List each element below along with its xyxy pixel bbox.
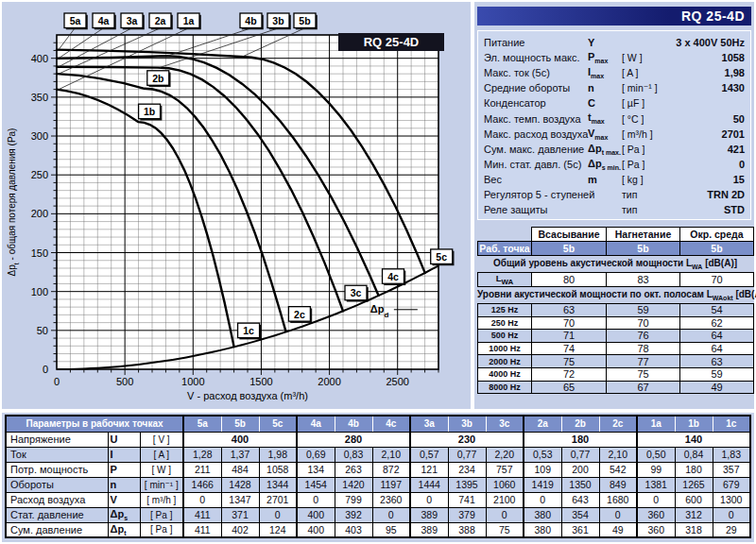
curve-label: 5b (299, 15, 310, 26)
operating-value: 0 (599, 507, 637, 522)
operating-value: 392 (335, 507, 372, 522)
tech-value: TRN 2D (669, 189, 745, 200)
table-row: Раб. точка5b5b5b (478, 242, 754, 256)
operating-value: 0 (524, 492, 561, 507)
operating-value: 1466 (183, 477, 221, 492)
table-row: Стат. давлениеΔps[ Pa ]41137104003920389… (6, 507, 750, 522)
operating-value: 1300 (713, 492, 750, 507)
tech-value: 3 x 400V 50Hz (669, 37, 745, 48)
y-tick-label: 200 (31, 208, 48, 219)
acoustic-column-header: Окр. среда (680, 228, 754, 242)
x-tick-label: 1000 (181, 376, 204, 387)
tech-label: Конденсатор (484, 97, 588, 109)
tech-row: Макс. ток (5с)Imax[ A ]1,98 (484, 65, 745, 80)
tech-symbol: Vmax (588, 128, 622, 141)
octave-value: 49 (680, 381, 754, 394)
fan-datasheet-page: 0500100015002000250005010015020025030035… (0, 0, 756, 544)
operating-value: 1,37 (221, 447, 259, 462)
row-symbol: V (108, 492, 140, 507)
frequency-label: 8000 Hz (478, 381, 532, 394)
table-row: 8000 Hz656749 (478, 381, 754, 394)
octave-value: 63 (532, 304, 607, 317)
x-tick-label: 2500 (386, 376, 408, 387)
tech-unit: [ min⁻¹ ] (622, 82, 669, 94)
operating-value: 1347 (221, 492, 259, 507)
tech-label: Сум. макс. давление (484, 144, 588, 155)
operating-value: 0 (410, 492, 448, 507)
tech-unit: тип (622, 189, 669, 200)
operating-value: 1395 (448, 477, 486, 492)
row-unit: [ min⁻¹ ] (140, 477, 183, 492)
y-tick-label: 150 (31, 247, 48, 259)
tech-label: Питание (484, 37, 588, 48)
row-unit: [ V ] (140, 432, 183, 447)
curve-label: 2a (155, 15, 166, 26)
operating-value: 263 (335, 462, 372, 477)
tech-unit: [ µF ] (622, 97, 669, 109)
tech-row: Весm[ kg ]15 (484, 172, 745, 187)
operating-value: 1454 (297, 477, 335, 492)
lwa-value: 80 (532, 273, 607, 287)
operating-value: 1350 (561, 477, 599, 492)
tech-row: Эл. мощность макс.Pmax[ W ]1058 (484, 50, 745, 65)
operating-value: 400 (297, 522, 335, 537)
tech-row: Сум. макс. давлениеΔpt max.[ Pa ]421 (484, 142, 745, 157)
operating-value: 234 (448, 462, 486, 477)
tech-label: Реле защиты (484, 204, 588, 215)
tech-value: 2701 (669, 128, 745, 140)
table-row: 1000 Hz747864 (478, 342, 754, 355)
operating-value: 403 (335, 522, 372, 537)
acoustic-column-header: Нагнетание (607, 228, 680, 242)
lwa-value: 83 (607, 273, 680, 287)
operating-value: 0 (637, 492, 675, 507)
y-axis-title: Δpt - общая потеря давления (Pa) (7, 128, 20, 277)
frequency-label: 250 Hz (478, 316, 532, 330)
x-axis-title: V - расход воздуха (m³/h) (187, 390, 308, 401)
operating-value: 0 (372, 507, 410, 522)
operating-value: 134 (297, 462, 335, 477)
operating-value: 542 (599, 462, 637, 477)
table-row: Сум. давлениеΔpt[ Pa ]411402124400403953… (6, 522, 750, 537)
row-symbol: I (108, 447, 140, 462)
x-tick-label: 0 (54, 376, 60, 387)
row-unit: [ Pa ] (140, 522, 183, 537)
tech-value: STD (669, 204, 745, 215)
table-row: 125 Hz635954 (478, 304, 754, 317)
operating-value: 180 (675, 462, 713, 477)
y-tick-label: 250 (31, 169, 48, 180)
octave-band-title: Уровни акустической мощности по окт. пол… (477, 287, 753, 303)
tech-row: Реле защитытипSTD (484, 202, 745, 217)
operating-point-column-header: 5c (259, 416, 297, 432)
operating-value: 1058 (259, 462, 297, 477)
operating-point-column-header: 4a (297, 416, 335, 432)
tech-unit: [ kg ] (622, 174, 669, 185)
row-symbol: U (108, 432, 140, 447)
operating-value: 360 (637, 507, 675, 522)
curve-label: 5a (70, 15, 81, 26)
frequency-label: 125 Hz (478, 304, 532, 317)
operating-value: 2701 (259, 492, 297, 507)
tech-unit: [ Pa ] (622, 159, 669, 170)
model-name: RQ 25-4D (681, 8, 745, 24)
technical-data-panel: ПитаниеY3 x 400V 50HzЭл. мощность макс.P… (477, 30, 751, 220)
curve-label: 3a (127, 15, 138, 26)
voltage-group-value: 230 (410, 432, 524, 447)
operating-value: 2360 (372, 492, 410, 507)
operating-value: 0,69 (297, 447, 335, 462)
row-label: Обороты (6, 477, 108, 492)
operating-point-label: Раб. точка (478, 242, 532, 256)
operating-value: 757 (486, 462, 524, 477)
operating-point-column-header: 4c (372, 416, 410, 432)
operating-value: 0 (259, 507, 297, 522)
octave-band-table: 125 Hz635954250 Hz707062500 Hz7176641000… (477, 303, 754, 394)
operating-points-panel: Параметры в рабочих точках5a5b5c4a4b4c3a… (2, 413, 754, 542)
operating-value: 0,53 (524, 447, 561, 462)
operating-value: 1,83 (713, 447, 750, 462)
operating-value: 29 (713, 522, 750, 537)
operating-value: 0 (297, 492, 335, 507)
operating-value: 484 (221, 462, 259, 477)
total-sound-power-table: LWA808370 (477, 272, 754, 287)
tech-row: Средние оборотыn[ min⁻¹ ]1430 (484, 80, 745, 95)
octave-value: 67 (607, 381, 680, 394)
table-row: 2000 Hz757763 (478, 355, 754, 368)
